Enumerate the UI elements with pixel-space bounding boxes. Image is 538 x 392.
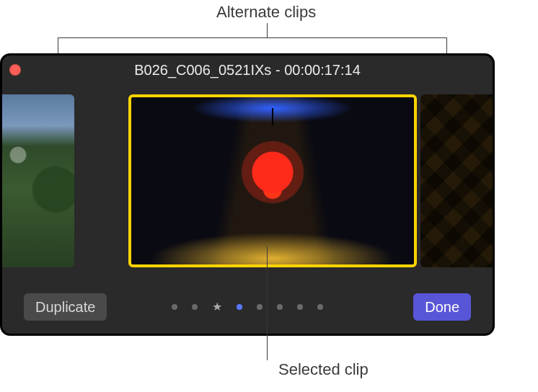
alternate-clip-left[interactable] — [2, 94, 74, 267]
indicator-dot[interactable] — [317, 304, 323, 310]
close-button[interactable] — [9, 64, 21, 76]
done-button[interactable]: Done — [413, 293, 471, 321]
window-title: B026_C006_0521IXs - 00:00:17:14 — [2, 62, 493, 79]
clip-strip — [2, 87, 493, 276]
callout-alternate-clips: Alternate clips — [216, 3, 316, 22]
indicator-dot-active[interactable] — [237, 304, 242, 310]
indicator-favorite-icon[interactable]: ★ — [212, 304, 222, 310]
alternate-clip-right[interactable] — [420, 94, 493, 267]
audition-window: B026_C006_0521IXs - 00:00:17:14 Duplicat… — [0, 53, 495, 336]
indicator-dot[interactable] — [192, 304, 198, 310]
footer: Duplicate ★ Done — [2, 293, 493, 321]
callout-leader — [58, 37, 447, 38]
callout-leader — [267, 246, 268, 360]
indicator-dot[interactable] — [277, 304, 283, 310]
callout-leader — [267, 23, 268, 37]
indicator-dot[interactable] — [297, 304, 303, 310]
indicator-dot[interactable] — [257, 304, 263, 310]
page-indicators: ★ — [172, 304, 323, 310]
indicator-dot[interactable] — [172, 304, 177, 310]
selected-clip[interactable] — [128, 94, 417, 267]
duplicate-button[interactable]: Duplicate — [24, 293, 107, 321]
callout-selected-clip: Selected clip — [278, 360, 369, 379]
titlebar: B026_C006_0521IXs - 00:00:17:14 — [2, 55, 493, 84]
